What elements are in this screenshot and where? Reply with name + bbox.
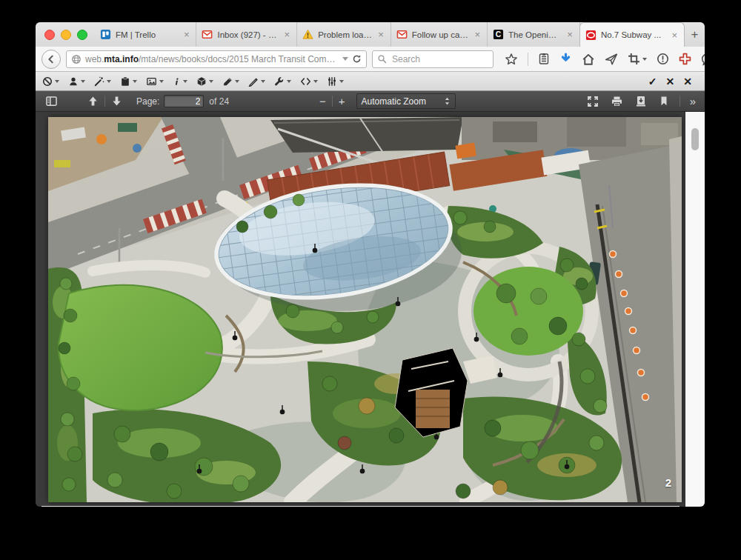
info-circle-icon[interactable] — [657, 53, 669, 65]
tab-no7-subway-active[interactable]: No.7 Subway ... × — [579, 22, 685, 47]
page-label: Page: — [136, 96, 159, 107]
send-plane-icon[interactable] — [605, 53, 618, 66]
scrollbar-thumb[interactable] — [691, 128, 699, 150]
devbar-view-source-menu[interactable] — [300, 76, 318, 87]
window-controls — [36, 22, 95, 47]
devbar-miscellaneous-menu[interactable] — [196, 76, 213, 87]
search-input[interactable] — [391, 53, 475, 65]
tab-close-icon[interactable]: × — [565, 29, 574, 40]
download-icon — [635, 96, 647, 107]
dropdown-caret-icon — [261, 80, 265, 83]
devbar-css-menu[interactable] — [94, 76, 111, 87]
dropdown-caret-icon — [55, 80, 59, 83]
status-check-icon[interactable]: ✓ — [648, 76, 657, 87]
url-dropdown-icon[interactable] — [342, 57, 348, 61]
dropdown-caret-icon — [287, 80, 291, 83]
user-icon — [68, 76, 79, 87]
back-button[interactable] — [41, 50, 61, 69]
reload-icon[interactable] — [352, 54, 362, 64]
tab-problem-loading[interactable]: Problem loadin... × — [297, 22, 391, 47]
tab-close-icon[interactable]: × — [182, 29, 191, 40]
disable-icon — [42, 76, 53, 87]
crop-tool[interactable] — [628, 53, 647, 65]
zoom-select[interactable]: Automatic Zoom — [356, 93, 456, 109]
more-tools-button[interactable]: » — [687, 95, 699, 107]
next-page-button[interactable] — [107, 96, 126, 107]
download-button[interactable] — [631, 96, 651, 107]
devbar-forms-menu[interactable] — [120, 76, 137, 87]
gmail-icon — [396, 29, 408, 40]
health-cross-icon[interactable] — [679, 53, 691, 65]
search-icon — [377, 54, 387, 64]
toolbar-separator — [528, 53, 528, 66]
zoom-window-button[interactable] — [77, 30, 87, 40]
tab-close-icon[interactable]: × — [670, 30, 679, 41]
page-number-input[interactable] — [164, 95, 204, 107]
tab-title: No.7 Subway ... — [601, 30, 665, 39]
wand-icon — [94, 76, 104, 87]
wrench-icon — [274, 76, 285, 87]
dropdown-caret-icon — [107, 80, 111, 83]
print-button[interactable] — [607, 96, 627, 107]
tab-the-opening[interactable]: C The Opening o... × — [488, 22, 580, 47]
dropdown-caret-icon — [183, 80, 187, 83]
pencil-icon — [222, 76, 233, 87]
information-icon — [173, 76, 181, 87]
devbar-resize-menu[interactable] — [248, 76, 265, 87]
devbar-options-menu[interactable] — [327, 76, 344, 87]
devbar-tools-menu[interactable] — [274, 76, 291, 87]
reading-list-icon[interactable] — [538, 53, 550, 65]
tab-follow-up[interactable]: Follow up calls... × — [391, 22, 488, 47]
toolbar-icons — [505, 53, 705, 66]
pdf-toolbar: Page: of 24 − + Automatic Zoom — [36, 91, 705, 112]
svg-text:C: C — [496, 30, 502, 39]
minimize-window-button[interactable] — [61, 30, 71, 40]
page-count-label: of 24 — [209, 96, 229, 107]
page-down-icon — [111, 96, 122, 107]
dropdown-caret-icon — [235, 80, 239, 83]
home-icon[interactable] — [582, 53, 595, 66]
crop-icon — [628, 53, 640, 65]
sidebar-toggle-button[interactable] — [41, 96, 62, 107]
devbar-information-menu[interactable] — [173, 76, 187, 87]
bookmark-button[interactable] — [655, 96, 673, 107]
screen-background: FM | Trello × Inbox (927) - ir... × Prob… — [0, 0, 741, 560]
close-window-button[interactable] — [44, 30, 55, 40]
devbar-images-menu[interactable] — [146, 76, 164, 87]
downloads-icon[interactable] — [559, 53, 572, 66]
pdf-page: 2 — [48, 117, 682, 502]
zoom-select-value: Automatic Zoom — [362, 96, 426, 107]
url-text: web.mta.info/mta/news/books/docs/2015 Ma… — [85, 54, 339, 64]
tab-close-icon[interactable]: × — [376, 29, 385, 40]
devbar-outline-menu[interactable] — [222, 76, 239, 87]
dropdown-caret-icon — [133, 80, 137, 83]
tab-gmail-inbox[interactable]: Inbox (927) - ir... × — [196, 22, 297, 47]
pen-icon — [248, 76, 259, 87]
devbar-disable-menu[interactable] — [42, 76, 59, 87]
zoom-in-button[interactable]: + — [335, 95, 349, 107]
devbar-status-indicators: ✓ ✕ ✕ — [648, 76, 698, 87]
warning-icon — [302, 29, 313, 40]
tab-title: Inbox (927) - ir... — [217, 30, 278, 39]
dropdown-caret-icon — [81, 80, 85, 83]
zoom-out-button[interactable]: − — [316, 95, 330, 107]
cube-icon — [196, 76, 207, 87]
tab-close-icon[interactable]: × — [283, 29, 292, 40]
url-bar[interactable]: web.mta.info/mta/news/books/docs/2015 Ma… — [66, 50, 367, 68]
crop-dropdown-icon[interactable] — [642, 58, 647, 61]
devbar-cookies-menu[interactable] — [68, 76, 85, 87]
status-cross-icon[interactable]: ✕ — [666, 76, 675, 87]
new-tab-button[interactable]: + — [685, 22, 705, 47]
previous-page-button[interactable] — [84, 96, 102, 107]
photo-page-number: 2 — [665, 476, 671, 489]
status-cross-icon[interactable]: ✕ — [683, 76, 692, 87]
search-bar[interactable] — [372, 50, 494, 68]
c-site-icon: C — [493, 29, 504, 40]
bookmark-star-icon[interactable] — [505, 53, 518, 66]
chat-smiley-icon[interactable] — [701, 53, 705, 66]
zoom-controls: − + Automatic Zoom — [316, 93, 456, 109]
tab-trello[interactable]: FM | Trello × — [95, 22, 196, 47]
presentation-mode-button[interactable] — [583, 96, 602, 107]
scrollbar[interactable] — [685, 112, 705, 507]
tab-close-icon[interactable]: × — [473, 29, 482, 40]
